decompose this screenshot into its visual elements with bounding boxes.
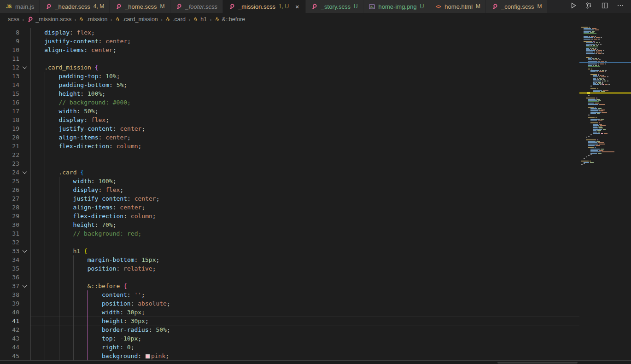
- line-number[interactable]: 29: [0, 212, 19, 220]
- breadcrumb-item-.cardmission[interactable]: .card_mission: [115, 16, 158, 23]
- code-line[interactable]: 41height: 30px;: [0, 317, 579, 325]
- code-line[interactable]: 14padding-bottom: 5%;: [0, 81, 579, 89]
- breadcrumb-item-.mission[interactable]: .mission: [79, 16, 107, 23]
- line-number[interactable]: 26: [0, 185, 19, 194]
- code-line[interactable]: 21flex-direction: column;: [0, 142, 579, 150]
- line-number[interactable]: 18: [0, 116, 19, 124]
- scrollbar-thumb[interactable]: [497, 362, 578, 364]
- line-number[interactable]: 10: [0, 46, 19, 54]
- line-number[interactable]: 37: [0, 282, 19, 290]
- line-number[interactable]: 32: [0, 238, 19, 247]
- line-number[interactable]: 33: [0, 247, 19, 255]
- code-line[interactable]: 23: [0, 159, 579, 168]
- tab-main.js[interactable]: JSmain.js: [0, 0, 40, 13]
- code-line[interactable]: 43top: -10px;: [0, 334, 579, 343]
- code-line[interactable]: 11: [0, 54, 579, 63]
- code-line[interactable]: 22: [0, 150, 579, 159]
- code-line[interactable]: 37&::before {: [0, 282, 579, 290]
- line-number[interactable]: 42: [0, 325, 19, 334]
- open-changes-button[interactable]: [585, 2, 593, 11]
- line-number[interactable]: 27: [0, 194, 19, 203]
- code-line[interactable]: 16// background: #000;: [0, 98, 579, 107]
- line-number[interactable]: 44: [0, 343, 19, 352]
- line-number[interactable]: 35: [0, 264, 19, 273]
- code-line[interactable]: 12.card_mission {: [0, 63, 579, 72]
- line-number[interactable]: 38: [0, 290, 19, 299]
- tab-_header.scss[interactable]: _header.scss4, M: [40, 0, 110, 13]
- line-number[interactable]: 13: [0, 72, 19, 81]
- code-line[interactable]: 20align-items: center;: [0, 133, 579, 142]
- line-number[interactable]: 34: [0, 255, 19, 264]
- code-line[interactable]: 34margin-bottom: 15px;: [0, 255, 579, 264]
- fold-chevron-icon[interactable]: [19, 168, 30, 177]
- tab-_config.scss[interactable]: _config.scssM: [486, 0, 548, 13]
- line-number[interactable]: 45: [0, 352, 19, 360]
- code-line[interactable]: 36: [0, 273, 579, 282]
- close-icon[interactable]: ×: [294, 3, 300, 10]
- line-number[interactable]: 22: [0, 150, 19, 159]
- line-number[interactable]: 16: [0, 98, 19, 107]
- fold-chevron-icon[interactable]: [19, 282, 30, 290]
- line-number[interactable]: 24: [0, 168, 19, 177]
- tab-_home.scss[interactable]: _home.scssM: [110, 0, 170, 13]
- code-line[interactable]: 32: [0, 238, 579, 247]
- code-line[interactable]: 42border-radius: 50%;: [0, 325, 579, 334]
- breadcrumb-item-before[interactable]: &::before: [215, 16, 245, 23]
- code-line[interactable]: 27justify-content: center;: [0, 194, 579, 203]
- code-line[interactable]: 28align-items: center;: [0, 203, 579, 212]
- line-number[interactable]: 14: [0, 81, 19, 89]
- line-number[interactable]: 17: [0, 107, 19, 116]
- code-line[interactable]: 40width: 30px;: [0, 308, 579, 317]
- code-line[interactable]: 19justify-content: center;: [0, 124, 579, 133]
- line-number[interactable]: 23: [0, 159, 19, 168]
- line-number[interactable]: 19: [0, 124, 19, 133]
- code-line[interactable]: 18display: flex;: [0, 116, 579, 124]
- code-line[interactable]: 33h1 {: [0, 247, 579, 255]
- more-actions-button[interactable]: [616, 2, 625, 11]
- code-line[interactable]: 30height: 70%;: [0, 220, 579, 229]
- code-line[interactable]: 35position: relative;: [0, 264, 579, 273]
- code-line[interactable]: 8display: flex;: [0, 28, 579, 37]
- code-line[interactable]: 15height: 100%;: [0, 89, 579, 98]
- line-number[interactable]: 43: [0, 334, 19, 343]
- breadcrumb-item-.card[interactable]: .card: [165, 16, 186, 23]
- line-number[interactable]: 41: [0, 317, 19, 325]
- line-number[interactable]: 12: [0, 63, 19, 72]
- code-line[interactable]: 29flex-direction: column;: [0, 212, 579, 220]
- breadcrumb-item-scss[interactable]: scss: [8, 16, 19, 23]
- line-number[interactable]: 15: [0, 89, 19, 98]
- line-number[interactable]: 30: [0, 220, 19, 229]
- breadcrumb-item-h1[interactable]: h1: [193, 16, 207, 23]
- line-number[interactable]: 31: [0, 229, 19, 238]
- code-line[interactable]: 31// background: red;: [0, 229, 579, 238]
- line-number[interactable]: 20: [0, 133, 19, 142]
- code-line[interactable]: 44right: 0;: [0, 343, 579, 352]
- line-number[interactable]: 21: [0, 142, 19, 150]
- code-line[interactable]: 24.card {: [0, 168, 579, 177]
- line-number[interactable]: 28: [0, 203, 19, 212]
- tab-_footer.scss[interactable]: _footer.scss: [170, 0, 223, 13]
- line-number[interactable]: 25: [0, 177, 19, 185]
- code-line[interactable]: 17width: 50%;: [0, 107, 579, 116]
- line-number[interactable]: 9: [0, 37, 19, 46]
- code-line[interactable]: 45background: pink;: [0, 352, 579, 360]
- line-number[interactable]: 8: [0, 28, 19, 37]
- line-number[interactable]: 36: [0, 273, 19, 282]
- line-number[interactable]: 11: [0, 54, 19, 63]
- fold-chevron-icon[interactable]: [19, 63, 30, 72]
- code-line[interactable]: 38content: '';: [0, 290, 579, 299]
- line-number[interactable]: 40: [0, 308, 19, 317]
- code-line[interactable]: 9justify-content: center;: [0, 37, 579, 46]
- fold-chevron-icon[interactable]: [19, 247, 30, 255]
- line-number[interactable]: 39: [0, 299, 19, 308]
- tab-home.html[interactable]: <>home.htmlM: [429, 0, 486, 13]
- tab-_mission.scss[interactable]: _mission.scss1, U×: [223, 0, 306, 13]
- code-line[interactable]: 26display: flex;: [0, 185, 579, 194]
- split-editor-button[interactable]: [601, 2, 609, 11]
- run-button[interactable]: [569, 2, 578, 11]
- code-line[interactable]: 10align-items: center;: [0, 46, 579, 54]
- code-line[interactable]: 39position: absolute;: [0, 299, 579, 308]
- minimap[interactable]: [579, 26, 631, 360]
- breadcrumb-item-mission.scss[interactable]: _mission.scss: [27, 16, 71, 23]
- code-line[interactable]: 25width: 100%;: [0, 177, 579, 185]
